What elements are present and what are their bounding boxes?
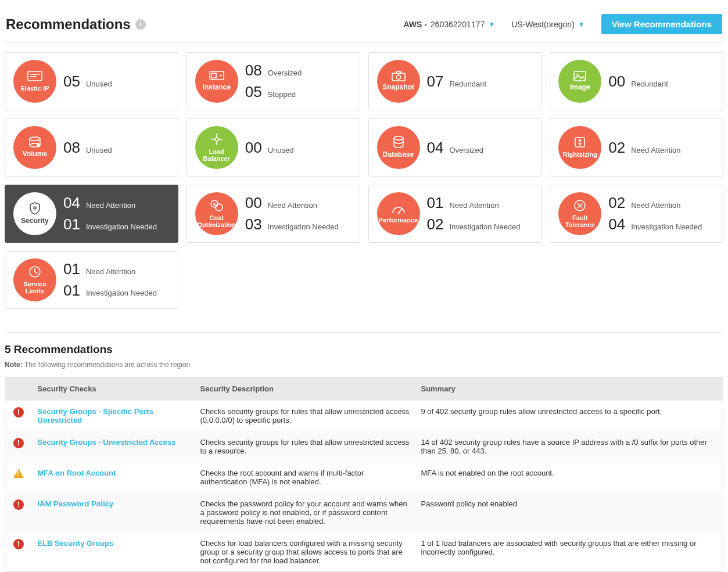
info-icon[interactable]: i [135, 19, 146, 30]
fault-tolerance-icon: Fault Tolerance [558, 192, 601, 235]
card-metrics: 02Need Attention [608, 139, 680, 157]
card-metrics: 00Redundant [608, 73, 668, 91]
summary-cell: 9 of 402 security group rules allow unre… [415, 401, 723, 431]
metric-label: Need Attention [86, 267, 135, 276]
card-performance[interactable]: Performance01Need Attention02Investigati… [368, 185, 542, 243]
severity-cell: ! [5, 533, 32, 572]
severity-cell [5, 462, 32, 493]
card-volume[interactable]: Volume08Unused [5, 118, 178, 177]
page-title: Recommendations [6, 16, 131, 33]
card-metrics: 01Need Attention01Investigation Needed [63, 260, 157, 300]
metric-label: Need Attention [86, 201, 135, 210]
view-recommendations-button[interactable]: View Recommendations [601, 14, 722, 34]
volume-icon: Volume [13, 126, 56, 169]
recommendations-table: Security Checks Security Description Sum… [5, 377, 723, 572]
check-link[interactable]: MFA on Root Account [38, 469, 116, 477]
description-cell: Checks security groups for rules that al… [195, 431, 415, 462]
header-controls: AWS - 260362201177 ▼ US-West(oregon) ▼ V… [403, 14, 722, 34]
metric-number: 00 [245, 194, 262, 212]
critical-icon: ! [13, 438, 24, 448]
metric-number: 01 [63, 260, 80, 278]
metric-label: Investigation Needed [86, 222, 157, 231]
section-title: 5 Recommendations [5, 343, 723, 356]
performance-icon: Performance [377, 192, 420, 235]
check-name-cell: Security Groups - Unrestricted Access [32, 431, 195, 462]
check-link[interactable]: Security Groups - Specific Ports Unrestr… [38, 407, 153, 424]
card-rightsizing[interactable]: Rightsizing02Need Attention [550, 118, 723, 177]
card-elastic-ip[interactable]: Elastic IP05Unused [5, 52, 178, 110]
metric: 01Investigation Needed [63, 215, 157, 233]
metric-label: Need Attention [449, 201, 499, 210]
card-load-balancer[interactable]: Load Balancer00Unused [187, 118, 360, 177]
svg-point-8 [396, 75, 400, 80]
card-metrics: 02Need Attention04Investigation Needed [608, 194, 702, 233]
account-selector[interactable]: AWS - 260362201177 ▼ [403, 20, 495, 29]
table-row: !Security Groups - Specific Ports Unrest… [5, 401, 723, 431]
metric-number: 02 [608, 194, 625, 212]
svg-point-30 [216, 204, 223, 211]
metric: 04Need Attention [63, 194, 157, 212]
metric-number: 01 [63, 282, 80, 300]
card-fault-tolerance[interactable]: Fault Tolerance02Need Attention04Investi… [550, 185, 723, 243]
svg-marker-26 [578, 139, 582, 141]
region-selector[interactable]: US-West(oregon) ▼ [511, 20, 585, 29]
col-description[interactable]: Security Description [195, 377, 415, 401]
metric: 07Redundant [427, 73, 487, 91]
service-limits-icon: Service Limits [13, 258, 56, 301]
svg-rect-4 [211, 73, 216, 78]
provider-label: AWS - [403, 20, 426, 29]
metric-label: Need Attention [268, 201, 317, 210]
card-metrics: 01Need Attention02Investigation Needed [427, 194, 521, 233]
col-checks[interactable]: Security Checks [32, 377, 195, 401]
metric-number: 05 [63, 73, 80, 91]
card-metrics: 04Need Attention01Investigation Needed [63, 194, 157, 233]
provider-value: 260362201177 [431, 20, 485, 29]
metric-number: 07 [427, 73, 444, 91]
metric-label: Oversized [268, 69, 302, 77]
card-metrics: 04Oversized [427, 139, 483, 157]
metric-number: 08 [63, 139, 80, 157]
snapshot-icon: Snapshot [377, 60, 420, 103]
metric-number: 05 [245, 83, 262, 101]
card-database[interactable]: Database04Oversized [368, 118, 542, 177]
rightsizing-icon: Rightsizing [558, 126, 601, 169]
card-cost-optimization[interactable]: $Cost Optimization00Need Attention03Inve… [187, 185, 360, 243]
check-name-cell: IAM Password Policy [32, 493, 195, 533]
check-link[interactable]: ELB Security Groups [38, 539, 114, 548]
svg-rect-0 [28, 71, 42, 81]
metric-label: Unused [86, 80, 112, 88]
card-instance[interactable]: Instance08Oversized05Stopped [187, 52, 360, 110]
card-service-limits[interactable]: Service Limits01Need Attention01Investig… [5, 251, 178, 309]
check-link[interactable]: IAM Password Policy [38, 499, 114, 508]
metric-label: Redundant [631, 80, 668, 88]
summary-cell: Password policy not enabled [415, 493, 723, 533]
severity-cell: ! [5, 401, 32, 431]
svg-marker-27 [578, 143, 582, 146]
check-link[interactable]: Security Groups - Unrestricted Access [38, 438, 176, 447]
metric: 08Oversized [245, 62, 302, 80]
metric-label: Need Attention [631, 201, 680, 210]
svg-point-33 [397, 212, 399, 214]
severity-cell: ! [5, 431, 32, 462]
summary-cell: MFA is not enabled on the root account. [415, 462, 723, 493]
chevron-down-icon: ▼ [488, 20, 495, 28]
card-image[interactable]: Image00Redundant [550, 52, 723, 110]
note-label: Note: [5, 361, 23, 369]
card-snapshot[interactable]: Snapshot07Redundant [368, 52, 542, 110]
col-summary[interactable]: Summary [415, 377, 723, 401]
severity-cell: ! [5, 493, 32, 533]
metric-label: Investigation Needed [449, 222, 520, 231]
description-cell: Checks for load balancers configured wit… [195, 533, 415, 572]
metric: 01Investigation Needed [63, 282, 157, 300]
metric-label: Investigation Needed [631, 222, 702, 231]
svg-point-28 [34, 207, 36, 209]
metric: 02Need Attention [608, 194, 702, 212]
description-cell: Checks the root account and warns if mul… [195, 462, 415, 493]
critical-icon: ! [13, 499, 24, 510]
critical-icon: ! [13, 407, 24, 418]
metric: 03Investigation Needed [245, 215, 339, 233]
summary-cell: 14 of 402 security group rules have a so… [415, 431, 723, 462]
card-security[interactable]: Security04Need Attention01Investigation … [5, 185, 178, 243]
page-header: Recommendations i AWS - 260362201177 ▼ U… [5, 5, 723, 43]
table-row: !IAM Password PolicyChecks the password … [5, 493, 723, 533]
